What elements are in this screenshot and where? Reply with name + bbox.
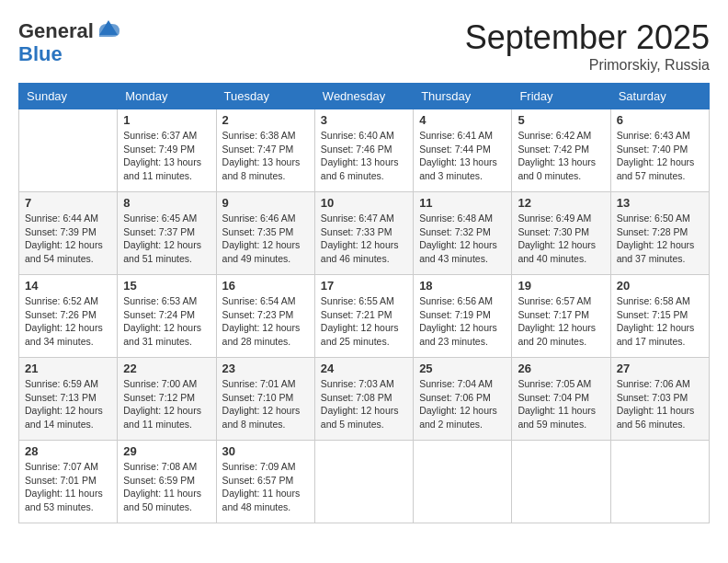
- calendar-table: SundayMondayTuesdayWednesdayThursdayFrid…: [18, 83, 710, 523]
- day-number: 26: [518, 362, 604, 375]
- col-header-tuesday: Tuesday: [216, 84, 314, 109]
- day-number: 20: [617, 279, 703, 293]
- day-number: 22: [123, 362, 210, 375]
- day-number: 18: [419, 279, 506, 293]
- day-info: Sunrise: 6:54 AMSunset: 7:23 PMDaylight:…: [222, 294, 309, 349]
- calendar-cell: 10Sunrise: 6:47 AMSunset: 7:33 PMDayligh…: [314, 192, 413, 275]
- day-info: Sunrise: 6:50 AMSunset: 7:28 PMDaylight:…: [617, 212, 703, 266]
- day-info: Sunrise: 7:00 AMSunset: 7:12 PMDaylight:…: [123, 377, 210, 431]
- day-info: Sunrise: 6:37 AMSunset: 7:49 PMDaylight:…: [123, 129, 210, 183]
- day-info: Sunrise: 6:56 AMSunset: 7:19 PMDaylight:…: [419, 294, 506, 349]
- day-info: Sunrise: 6:41 AMSunset: 7:44 PMDaylight:…: [419, 129, 506, 183]
- calendar-cell: 25Sunrise: 7:04 AMSunset: 7:06 PMDayligh…: [414, 358, 512, 441]
- day-info: Sunrise: 6:42 AMSunset: 7:42 PMDaylight:…: [518, 129, 604, 183]
- day-number: 16: [222, 279, 309, 293]
- day-info: Sunrise: 7:01 AMSunset: 7:10 PMDaylight:…: [222, 377, 309, 431]
- day-number: 13: [617, 196, 703, 210]
- col-header-monday: Monday: [118, 84, 216, 109]
- calendar-cell: 4Sunrise: 6:41 AMSunset: 7:44 PMDaylight…: [414, 109, 512, 192]
- calendar-cell: 14Sunrise: 6:52 AMSunset: 7:26 PMDayligh…: [19, 275, 118, 358]
- week-row-5: 28Sunrise: 7:07 AMSunset: 7:01 PMDayligh…: [19, 441, 710, 523]
- calendar-cell: 28Sunrise: 7:07 AMSunset: 7:01 PMDayligh…: [19, 441, 118, 523]
- day-number: 4: [419, 113, 506, 127]
- day-info: Sunrise: 6:57 AMSunset: 7:17 PMDaylight:…: [518, 294, 604, 349]
- calendar-cell: 1Sunrise: 6:37 AMSunset: 7:49 PMDaylight…: [118, 109, 216, 192]
- calendar-cell: 21Sunrise: 6:59 AMSunset: 7:13 PMDayligh…: [19, 358, 118, 441]
- calendar-cell: 29Sunrise: 7:08 AMSunset: 6:59 PMDayligh…: [118, 441, 216, 523]
- calendar-cell: 11Sunrise: 6:48 AMSunset: 7:32 PMDayligh…: [414, 192, 512, 275]
- logo: General Blue: [18, 18, 121, 64]
- calendar-cell: 6Sunrise: 6:43 AMSunset: 7:40 PMDaylight…: [610, 109, 709, 192]
- col-header-sunday: Sunday: [19, 84, 118, 109]
- logo-blue: Blue: [18, 42, 63, 65]
- day-number: 11: [419, 196, 506, 210]
- calendar-cell: 23Sunrise: 7:01 AMSunset: 7:10 PMDayligh…: [216, 358, 314, 441]
- day-number: 9: [222, 196, 309, 210]
- calendar-cell: 12Sunrise: 6:49 AMSunset: 7:30 PMDayligh…: [512, 192, 610, 275]
- day-number: 3: [321, 113, 407, 127]
- calendar-cell: [610, 441, 709, 523]
- day-number: 30: [222, 444, 309, 458]
- day-number: 7: [25, 196, 111, 210]
- day-info: Sunrise: 6:47 AMSunset: 7:33 PMDaylight:…: [321, 212, 407, 266]
- day-number: 6: [617, 113, 703, 127]
- day-info: Sunrise: 6:43 AMSunset: 7:40 PMDaylight:…: [617, 129, 703, 183]
- day-number: 24: [321, 362, 407, 375]
- calendar-cell: 16Sunrise: 6:54 AMSunset: 7:23 PMDayligh…: [216, 275, 314, 358]
- day-info: Sunrise: 6:40 AMSunset: 7:46 PMDaylight:…: [321, 129, 407, 183]
- col-header-thursday: Thursday: [414, 84, 512, 109]
- logo-general: General: [18, 21, 94, 41]
- calendar-cell: 2Sunrise: 6:38 AMSunset: 7:47 PMDaylight…: [216, 109, 314, 192]
- day-number: 27: [617, 362, 703, 375]
- calendar-cell: 15Sunrise: 6:53 AMSunset: 7:24 PMDayligh…: [118, 275, 216, 358]
- calendar-cell: 13Sunrise: 6:50 AMSunset: 7:28 PMDayligh…: [610, 192, 709, 275]
- calendar-title: September 2025: [465, 18, 710, 57]
- calendar-cell: 9Sunrise: 6:46 AMSunset: 7:35 PMDaylight…: [216, 192, 314, 275]
- calendar-cell: 26Sunrise: 7:05 AMSunset: 7:04 PMDayligh…: [512, 358, 610, 441]
- calendar-cell: 5Sunrise: 6:42 AMSunset: 7:42 PMDaylight…: [512, 109, 610, 192]
- day-number: 1: [123, 113, 210, 127]
- day-info: Sunrise: 7:06 AMSunset: 7:03 PMDaylight:…: [617, 377, 703, 431]
- day-info: Sunrise: 6:53 AMSunset: 7:24 PMDaylight:…: [123, 294, 210, 349]
- day-info: Sunrise: 7:09 AMSunset: 6:57 PMDaylight:…: [222, 460, 309, 514]
- day-info: Sunrise: 7:05 AMSunset: 7:04 PMDaylight:…: [518, 377, 604, 431]
- page-header: General Blue September 2025 Primorskiy, …: [18, 18, 710, 74]
- col-header-wednesday: Wednesday: [314, 84, 413, 109]
- day-number: 10: [321, 196, 407, 210]
- day-number: 8: [123, 196, 210, 210]
- calendar-cell: 8Sunrise: 6:45 AMSunset: 7:37 PMDaylight…: [118, 192, 216, 275]
- week-row-1: 1Sunrise: 6:37 AMSunset: 7:49 PMDaylight…: [19, 109, 710, 192]
- calendar-cell: [19, 109, 118, 192]
- calendar-cell: 3Sunrise: 6:40 AMSunset: 7:46 PMDaylight…: [314, 109, 413, 192]
- day-info: Sunrise: 6:59 AMSunset: 7:13 PMDaylight:…: [25, 377, 111, 431]
- calendar-cell: 19Sunrise: 6:57 AMSunset: 7:17 PMDayligh…: [512, 275, 610, 358]
- day-number: 23: [222, 362, 309, 375]
- calendar-cell: [414, 441, 512, 523]
- day-info: Sunrise: 6:38 AMSunset: 7:47 PMDaylight:…: [222, 129, 309, 183]
- day-info: Sunrise: 7:08 AMSunset: 6:59 PMDaylight:…: [123, 460, 210, 514]
- day-number: 19: [518, 279, 604, 293]
- calendar-cell: 20Sunrise: 6:58 AMSunset: 7:15 PMDayligh…: [610, 275, 709, 358]
- col-header-saturday: Saturday: [610, 84, 709, 109]
- day-number: 12: [518, 196, 604, 210]
- day-info: Sunrise: 6:52 AMSunset: 7:26 PMDaylight:…: [25, 294, 111, 349]
- day-number: 21: [25, 362, 111, 375]
- logo-icon: [96, 17, 121, 42]
- day-number: 5: [518, 113, 604, 127]
- day-info: Sunrise: 6:45 AMSunset: 7:37 PMDaylight:…: [123, 212, 210, 266]
- week-row-4: 21Sunrise: 6:59 AMSunset: 7:13 PMDayligh…: [19, 358, 710, 441]
- day-info: Sunrise: 6:48 AMSunset: 7:32 PMDaylight:…: [419, 212, 506, 266]
- day-number: 2: [222, 113, 309, 127]
- day-info: Sunrise: 6:44 AMSunset: 7:39 PMDaylight:…: [25, 212, 111, 266]
- day-number: 14: [25, 279, 111, 293]
- day-info: Sunrise: 6:46 AMSunset: 7:35 PMDaylight:…: [222, 212, 309, 266]
- calendar-cell: [314, 441, 413, 523]
- calendar-cell: 7Sunrise: 6:44 AMSunset: 7:39 PMDaylight…: [19, 192, 118, 275]
- day-info: Sunrise: 7:04 AMSunset: 7:06 PMDaylight:…: [419, 377, 506, 431]
- calendar-header-row: SundayMondayTuesdayWednesdayThursdayFrid…: [19, 84, 710, 109]
- day-info: Sunrise: 7:07 AMSunset: 7:01 PMDaylight:…: [25, 460, 111, 514]
- calendar-cell: 22Sunrise: 7:00 AMSunset: 7:12 PMDayligh…: [118, 358, 216, 441]
- day-number: 25: [419, 362, 506, 375]
- calendar-cell: [512, 441, 610, 523]
- calendar-cell: 30Sunrise: 7:09 AMSunset: 6:57 PMDayligh…: [216, 441, 314, 523]
